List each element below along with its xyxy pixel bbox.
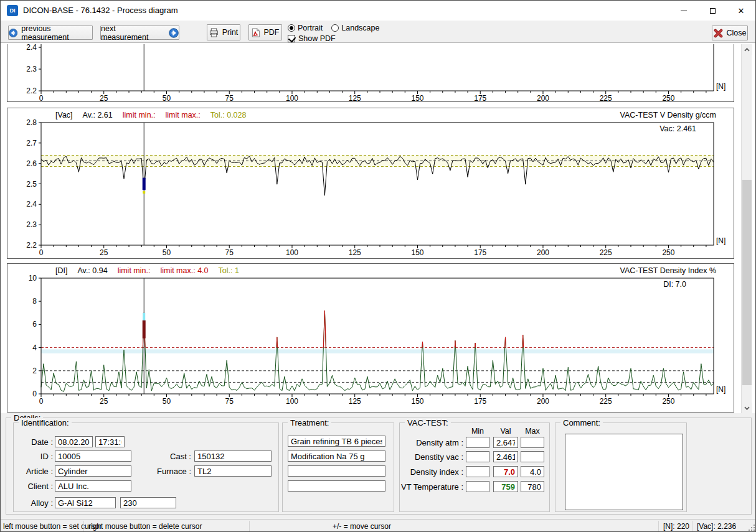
svg-text:4: 4 <box>32 343 37 352</box>
identification-groupbox: Identification: Date : ID : Cast : Artic… <box>13 422 279 512</box>
svg-text:0: 0 <box>39 248 44 257</box>
status-bar: left mouse button = set cursor right mou… <box>1 519 756 532</box>
svg-text:8: 8 <box>32 297 37 306</box>
maximize-icon <box>710 8 716 14</box>
svg-text:[N]: [N] <box>716 385 725 394</box>
window-close-button[interactable]: ✕ <box>727 1 755 21</box>
vt-temperature-max-field[interactable] <box>521 481 544 492</box>
min-column-header: Min <box>466 427 489 436</box>
treatment-field-1[interactable] <box>288 436 385 447</box>
svg-text:10: 10 <box>29 274 37 282</box>
landscape-radio[interactable] <box>331 24 339 32</box>
treatment-label: Treatment: <box>288 418 331 427</box>
density-vac-min-field[interactable] <box>466 451 489 462</box>
svg-text:175: 175 <box>474 248 486 257</box>
density-index-min-field[interactable] <box>466 466 489 477</box>
svg-text:25: 25 <box>100 397 108 406</box>
treatment-field-4[interactable] <box>288 480 385 492</box>
svg-text:0: 0 <box>39 397 44 406</box>
svg-text:2.5: 2.5 <box>26 180 37 189</box>
furnace-field[interactable] <box>194 465 272 477</box>
pdf-icon <box>252 28 260 37</box>
pdf-button[interactable]: PDF <box>248 24 282 40</box>
svg-text:100: 100 <box>286 397 298 406</box>
svg-text:250: 250 <box>662 397 674 406</box>
cast-field[interactable] <box>194 450 272 462</box>
svg-text:100: 100 <box>286 248 298 257</box>
portrait-radio[interactable] <box>288 24 295 32</box>
close-label: Close <box>727 29 747 37</box>
landscape-label: Landscape <box>341 24 379 32</box>
vac-test-label: VAC-TEST: <box>405 418 451 427</box>
svg-text:75: 75 <box>225 248 234 257</box>
show-pdf-row: Show PDF <box>288 34 336 43</box>
client-field[interactable] <box>55 480 131 492</box>
maximize-button[interactable] <box>698 1 727 21</box>
identification-label: Identification: <box>19 418 72 427</box>
hint-delete-cursor: right mouse button = delete cursor <box>88 522 202 531</box>
svg-text:75: 75 <box>225 397 234 406</box>
date-field[interactable] <box>55 436 93 447</box>
vt-temperature-label: VT Temperature : <box>400 482 463 492</box>
previous-measurement-button[interactable]: previous measurement <box>8 26 93 40</box>
alloy-field[interactable] <box>55 497 116 508</box>
density-atm-val-field[interactable] <box>493 437 518 448</box>
svg-text:[N]: [N] <box>716 236 725 245</box>
scroll-down-button[interactable] <box>742 403 752 413</box>
svg-text:150: 150 <box>411 248 423 257</box>
svg-text:200: 200 <box>537 94 549 101</box>
density-vac-max-field[interactable] <box>521 451 544 462</box>
svg-text:175: 175 <box>474 94 486 101</box>
vac-test-groupbox: VAC-TEST: Min Val Max Density atm : Dens… <box>399 422 550 512</box>
scrollbar-thumb[interactable] <box>742 180 752 385</box>
svg-text:0: 0 <box>39 94 44 101</box>
next-measurement-label: next measurement <box>101 24 165 42</box>
scroll-up-button[interactable] <box>742 44 752 55</box>
svg-text:250: 250 <box>662 248 674 257</box>
show-pdf-checkbox[interactable] <box>288 35 295 42</box>
treatment-field-3[interactable] <box>288 465 385 477</box>
alloy-label: Alloy : <box>14 498 53 508</box>
chart-density-atm[interactable]: 2.42.32.20255075100125150175200225250[N] <box>7 44 734 102</box>
titlebar[interactable]: DI DICON-BASE - 76.1432 - Process diagra… <box>1 1 755 21</box>
article-field[interactable] <box>55 465 131 477</box>
client-label: Client : <box>14 482 53 491</box>
print-button[interactable]: Print <box>207 24 240 40</box>
comment-field[interactable] <box>565 434 683 510</box>
print-label: Print <box>222 28 239 37</box>
resize-grip[interactable] <box>748 524 755 531</box>
close-button[interactable]: Close <box>712 26 748 40</box>
toolbar: previous measurement next measurement Pr… <box>1 21 755 43</box>
density-atm-min-field[interactable] <box>466 437 489 448</box>
minimize-icon <box>681 11 687 11</box>
chart-density-vac[interactable]: [Vac] Av.: 2.61 limit min.: limit max.: … <box>7 108 734 259</box>
density-atm-max-field[interactable] <box>521 437 544 448</box>
show-pdf-label: Show PDF <box>298 34 336 43</box>
alloy-code-field[interactable] <box>120 497 176 508</box>
app-window: DI DICON-BASE - 76.1432 - Process diagra… <box>0 0 756 532</box>
density-index-val-field[interactable] <box>493 466 518 477</box>
app-icon-text: DI <box>10 7 16 14</box>
treatment-field-2[interactable] <box>288 450 385 462</box>
vt-temperature-min-field[interactable] <box>466 481 489 492</box>
furnace-label: Furnace : <box>148 467 191 476</box>
chart-density-index[interactable]: [DI] Av.: 0.94 limit min.: limit max.: 4… <box>7 263 734 413</box>
cast-label: Cast : <box>157 452 191 461</box>
svg-text:200: 200 <box>537 397 549 406</box>
svg-text:2.2: 2.2 <box>26 241 37 250</box>
minimize-button[interactable] <box>669 1 698 21</box>
svg-text:2.4: 2.4 <box>26 44 37 52</box>
svg-text:200: 200 <box>537 248 549 257</box>
svg-text:2.7: 2.7 <box>26 139 37 147</box>
svg-text:2.8: 2.8 <box>26 118 37 127</box>
density-index-max-field[interactable] <box>521 466 544 477</box>
id-field[interactable] <box>55 450 131 462</box>
vertical-scrollbar[interactable] <box>741 44 752 413</box>
svg-text:50: 50 <box>163 397 171 406</box>
vt-temperature-val-field[interactable] <box>493 481 518 492</box>
hint-set-cursor: left mouse button = set cursor <box>3 522 102 531</box>
density-vac-val-field[interactable] <box>493 451 518 462</box>
next-measurement-button[interactable]: next measurement <box>100 26 179 40</box>
svg-text:125: 125 <box>349 248 361 257</box>
time-field[interactable] <box>95 436 125 447</box>
